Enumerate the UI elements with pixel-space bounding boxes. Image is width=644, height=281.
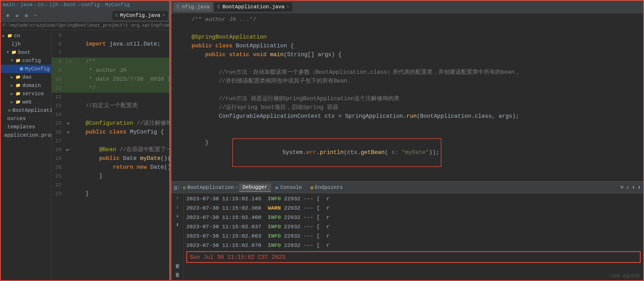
tree-item-ljh[interactable]: ljh [0,40,51,48]
debug-content: ↑ ↓ ⇓ ⬇ 🗑 🗑 2023-07-30 11:15:02.145 INFO… [171,193,643,280]
right-line-11: //运行spring boot项目，启动Spring 容器 [171,103,643,112]
folder-icon-service: 📁 [16,91,21,96]
tree-item-cn[interactable]: ▶ 📁 cn [0,32,51,40]
tree-item-sources[interactable]: ources [0,114,51,123]
left-panel: main › java › cn › ljh › boot › config ›… [0,0,171,281]
breadcrumb-ljh[interactable]: ljh [49,2,58,8]
code-line-13: 13 //自定义一个配置类 [52,101,170,110]
code-line-20: 20 return new Date(); [52,163,170,172]
right-code-area[interactable]: /** author JH ...*/ @SpringBootApplicati… [171,13,643,181]
tree-label-service: service [22,91,44,97]
tree-item-domain[interactable]: ▶ 📁 domain [0,81,51,90]
breadcrumb-cn[interactable]: cn [38,2,44,8]
gutter-down-arrow[interactable]: ↓ [176,204,179,210]
code-line-17: 17 [52,137,170,145]
bean-gutter-icon-18b: ✓ [68,145,70,154]
tree-item-service[interactable]: ▶ 📁 service [0,90,51,98]
close-debug-button[interactable]: × [235,185,238,190]
close-bootapp-button[interactable]: × [287,5,289,9]
right-line-12: ConfigurableApplicationContext ctx = Spr… [171,112,643,121]
bean-gutter-icon-15: ✿ [67,119,69,128]
myconfig-java-icon [20,67,23,71]
debug-run-label: g: [174,184,180,190]
tree-item-bootapp[interactable]: ✿ BootApplication [0,106,51,114]
right-tab-bar: C nfig.java C BootApplication.java × [171,1,643,13]
right-line-1: /** author JH ...*/ [171,15,643,24]
tree-label-appprops: application.properties [4,132,52,138]
folder-icon-dao: 📁 [16,75,21,80]
breadcrumb-java[interactable]: java [20,2,33,8]
settings-button[interactable]: ⚙ [23,12,30,19]
tree-label-config: config [22,58,41,64]
split-button[interactable]: ⇄ [13,12,21,19]
tab-nfig[interactable]: C nfig.java [173,2,213,12]
log-line-6: 2023-07-30 11:15:02.670 INFO 22932 --- [… [184,241,643,250]
tab-nfig-label: nfig.java [182,4,210,10]
tab-endpoints[interactable]: ✿ Endpoints [307,183,347,192]
tree-item-appprops[interactable]: application.properties [0,131,51,139]
debug-run-name[interactable]: ✿ BootApplication × [183,184,238,191]
gutter-up-arrow[interactable]: ↑ [176,195,179,201]
toolbar-menu-icon[interactable]: ≡ [620,184,624,190]
debug-run-app-name: BootApplication [187,184,234,190]
code-line-6: 6 import java.util.Date; [52,40,170,49]
tree-item-myconfig[interactable]: MyConfig [0,65,51,73]
config-icon: C [116,13,118,18]
code-editor[interactable]: 5 6 import java.util.Date; 7 [52,30,170,281]
toolbar-download2-icon[interactable]: ⬇ [638,184,641,191]
watermark: CSDN @金剑侠 [609,273,640,279]
tab-bootapp[interactable]: C BootApplication.java × [214,2,292,12]
code-line-18: 18 ✿ ✓ @Bean //在容器中配置了一个 Date 的 Bean [52,145,170,154]
result-box: Sun Jul 30 11:15:02 CST 2023 [186,251,641,263]
code-line-5: 5 [52,31,170,40]
code-line-22: 22 [52,181,170,189]
endpoints-icon: ✿ [310,184,313,191]
breadcrumb-myconfig[interactable]: MyConfig [105,2,130,8]
toolbar-up-icon[interactable]: ⇑ [626,184,629,191]
code-line-8: 8 |≡ /** [52,57,170,66]
tab-console[interactable]: ▶ Console [272,183,306,192]
toolbar-download-icon[interactable]: ⬇ [632,184,635,191]
debug-log-area: 2023-07-30 11:15:02.145 INFO 22932 --- [… [184,193,643,280]
code-line-9: 9 * author JH [52,66,170,75]
gutter-clear-icon[interactable]: 🗑 [175,263,180,269]
code-line-16: 16 ✿ public class MyConfig { [52,128,170,137]
tab-myconfig[interactable]: C MyConfig.java × [112,11,168,20]
gutter-clear-icon2[interactable]: 🗑 [175,272,180,278]
add-tab-button[interactable]: ⊕ [4,12,11,19]
tree-item-web[interactable]: ▶ 📁 web [0,98,51,106]
tree-label-myconfig: MyConfig [25,66,50,72]
tree-item-boot[interactable]: ▼ 📁 boot [0,48,51,56]
bean-gutter-icon-18a: ✿ [66,145,68,154]
tree-item-dao[interactable]: ▶ 📁 dao [0,73,51,81]
right-line-3: @SpringBootApplication [171,33,643,42]
tree-label-boot: boot [18,49,30,55]
breadcrumb-boot[interactable]: boot [64,2,76,8]
right-line-9 [171,86,643,94]
folder-icon-config: 📁 [16,58,21,63]
close-tab-button[interactable]: × [162,13,165,18]
tree-item-templates[interactable]: templates [0,123,51,131]
folder-icon-web: 📁 [16,99,21,105]
config-icon-bootapp: C [217,4,220,10]
code-lines: 5 6 import java.util.Date; 7 [52,30,170,199]
right-line-2 [171,24,643,33]
file-path-text: F:\myCode\crazyCode\SpringBoot\boot_proj… [3,23,170,28]
minimize-button[interactable]: − [32,12,39,19]
bean-gutter-icon-16: ✿ [67,128,69,137]
gutter-scroll-icon[interactable]: ⇓ [176,212,179,219]
log-line-4: 2023-07-30 11:15:02.637 INFO 22932 --- [… [184,222,643,232]
result-text: Sun Jul 30 11:15:02 CST 2023 [190,254,285,261]
right-panel: C nfig.java C BootApplication.java × /**… [171,0,644,281]
bottom-section: g: ✿ BootApplication × Debugger ▶ Consol… [171,182,643,280]
tree-label-web: web [22,99,32,105]
gutter-scroll-icon2[interactable]: ⬇ [176,221,179,228]
breadcrumb-config[interactable]: config [81,2,100,8]
tab-bootapp-label: BootApplication.java [223,4,285,10]
tab-debugger[interactable]: Debugger [239,183,271,192]
debug-left-gutter: ↑ ↓ ⇓ ⬇ 🗑 🗑 [171,193,184,280]
breadcrumb-main[interactable]: main [3,2,15,8]
tree-item-config[interactable]: ▼ 📁 config [0,56,51,65]
tab-icons: ⊕ ⇄ ⚙ − [2,12,41,19]
endpoints-tab-label: Endpoints [315,184,343,190]
